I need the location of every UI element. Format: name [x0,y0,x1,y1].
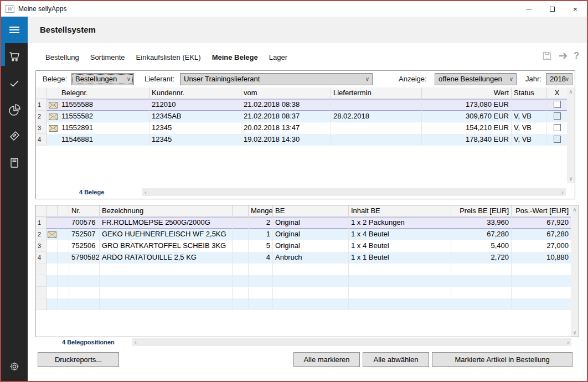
tab-einkaufslisten[interactable]: Einkaufslisten (EKL) [136,53,201,61]
orders-panel: Belege: Bestellungen∨ Lieferant: Unser T… [35,70,575,199]
col-pos-wert[interactable]: Pos.-Wert [EUR] [512,205,571,217]
orders-count-label: 4 Belege [79,189,104,195]
scroll-down-icon[interactable]: ∨ [567,175,575,182]
maximize-icon [550,7,555,12]
positions-table-header: Nr. Bezeichnung Menge BE Inhalt BE Preis… [36,205,571,217]
anzeige-label: Anzeige: [399,71,427,87]
col-liefertermin[interactable]: Liefertermin [331,87,422,99]
alle-markieren-button[interactable]: Alle markieren [293,352,360,367]
help-icon[interactable]: ? [574,51,579,61]
book-icon [8,156,21,169]
col-bezeichnung[interactable]: Bezeichnung [100,205,233,217]
markierte-artikel-button[interactable]: Markierte Artikel in Bestellung [432,352,572,367]
hamburger-menu-button[interactable] [1,17,28,43]
row-checkbox[interactable] [554,136,561,143]
page-header: Bestellsystem [28,17,587,43]
price-tag-icon [8,130,21,143]
sidebar [1,17,28,381]
mail-icon [49,125,58,132]
scroll-up-icon[interactable]: ∧ [571,207,579,213]
jahr-dropdown[interactable]: 2018∨ [546,73,572,85]
table-row[interactable]: 2 11555582 12345AB 21.02.2018 08:37 28.0… [36,111,567,122]
scroll-left-icon[interactable]: ‹ [145,188,147,196]
col-vom[interactable]: vom [241,87,331,99]
gear-icon [8,360,20,373]
sidebar-item-statistics[interactable] [1,96,28,123]
sidebar-settings-button[interactable] [1,355,28,378]
toolbar: ? [541,49,579,63]
row-checkbox[interactable] [554,101,561,108]
positions-block: Nr. Bezeichnung Menge BE Inhalt BE Preis… [35,205,579,346]
empty-row [36,264,571,275]
col-inhalt-be[interactable]: Inhalt BE [349,205,451,217]
col-preis-be[interactable]: Preis BE [EUR] [451,205,512,217]
empty-row [36,298,571,310]
positions-table: Nr. Bezeichnung Menge BE Inhalt BE Preis… [36,205,571,310]
positions-vertical-scrollbar[interactable]: ∧ ∨ [571,205,579,337]
page-title: Bestellsystem [40,17,96,43]
belege-dropdown[interactable]: Bestellungen∨ [71,73,134,85]
positions-horizontal-scrollbar[interactable]: ‹ › [132,338,571,346]
hamburger-icon [8,23,21,37]
tab-bestellung[interactable]: Bestellung [45,53,79,61]
orders-horizontal-scrollbar[interactable]: ‹ › [142,188,566,196]
app-logo-icon: W [6,5,14,13]
sidebar-item-bestellsystem[interactable] [1,43,28,70]
scroll-down-icon[interactable]: ∨ [571,329,579,335]
scroll-left-icon[interactable]: ‹ [135,338,137,346]
table-row[interactable]: 4 11546881 12345 19.02.2018 14:30 178,34… [36,134,567,146]
main-area: Bestellsystem Bestellung Sortimente Eink… [28,17,587,381]
table-row[interactable]: 1 700576 FR.ROLLMOEPSE 2500G/2000G 2 Ori… [36,217,571,229]
col-x[interactable]: X [547,87,567,99]
orders-table-header: Belegnr. Kundennr. vom Liefertermin Wert… [36,87,567,99]
minimize-button[interactable] [517,1,540,17]
empty-row [36,275,571,287]
row-checkbox[interactable] [554,124,561,131]
mail-icon [49,102,58,109]
positions-table-frame: Nr. Bezeichnung Menge BE Inhalt BE Preis… [35,205,579,337]
col-nr[interactable]: Nr. [69,205,100,217]
checkmark-icon [8,76,21,90]
row-checkbox[interactable] [554,112,561,120]
table-row[interactable]: 3 11552891 12345 20.02.2018 13:47 154,21… [36,122,567,134]
col-wert[interactable]: Wert [422,87,512,99]
cart-icon [8,50,21,63]
col-be[interactable]: BE [273,205,349,217]
col-kundennr[interactable]: Kundennr. [149,87,241,99]
scroll-right-icon[interactable]: › [561,188,564,196]
scroll-right-icon[interactable]: › [567,338,569,346]
tab-meine-belege[interactable]: Meine Belege [212,53,258,61]
chevron-down-icon: ∨ [365,74,369,85]
sidebar-item-check[interactable] [1,70,28,96]
title-bar: W Meine sellyApps × [1,1,587,17]
anzeige-dropdown[interactable]: offene Bestellungen∨ [435,73,517,85]
forward-arrow-icon[interactable] [558,50,569,61]
app-window: W Meine sellyApps × [0,0,588,382]
save-icon[interactable] [541,50,553,61]
table-row[interactable]: 1 11555588 212010 21.02.2018 08:38 173,0… [36,99,567,111]
orders-vertical-scrollbar[interactable]: ∧ ∨ [567,87,575,183]
table-row[interactable]: 3 752506 GRO BRATKARTOFFEL SCHEIB 3KG 5 … [36,240,571,252]
orders-table: Belegnr. Kundennr. vom Liefertermin Wert… [36,87,567,146]
close-button[interactable]: × [564,1,587,17]
table-row[interactable]: 2 752507 GEKO HUEHNERFLEISCH WF 2,5KG 1 … [36,229,571,240]
lieferant-label: Lieferant: [145,71,174,87]
col-belegnr[interactable]: Belegnr. [59,87,149,99]
maximize-button[interactable] [540,1,564,17]
tab-sortimente[interactable]: Sortimente [90,53,125,61]
jahr-label: Jahr: [525,71,541,87]
druckreports-button[interactable]: Druckreports... [38,352,119,367]
close-icon: × [573,5,577,13]
positions-count-label: 4 Belegpositionen [62,339,115,345]
scroll-up-icon[interactable]: ∧ [567,89,575,95]
col-menge[interactable]: Menge [249,205,273,217]
sidebar-item-prices[interactable] [1,123,28,149]
chevron-down-icon: ∨ [509,74,513,85]
tab-lager[interactable]: Lager [269,53,287,61]
lieferant-dropdown[interactable]: Unser Trainingslieferant∨ [180,73,373,85]
col-status[interactable]: Status [512,87,547,99]
table-row[interactable]: 4 5790582 ARDO RATATOUILLE 2,5 KG 4 Anbr… [36,252,571,264]
alle-abwaehlen-button[interactable]: Alle abwählen [363,352,429,367]
chevron-down-icon: ∨ [127,74,131,85]
sidebar-item-catalog[interactable] [1,149,28,176]
